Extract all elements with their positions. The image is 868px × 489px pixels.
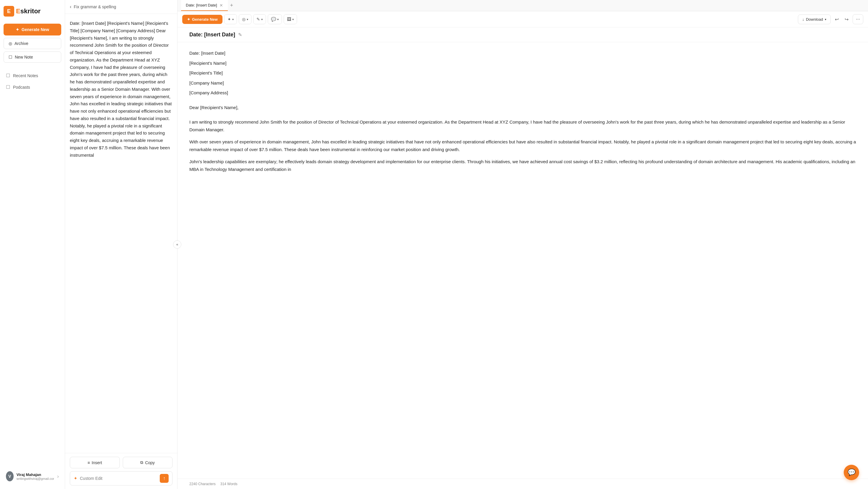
- archive-button[interactable]: ◎ Archive: [4, 38, 61, 49]
- tab-add-button[interactable]: +: [228, 0, 236, 11]
- folder-icon: ☐: [6, 73, 10, 78]
- copy-button[interactable]: ⧉ Copy: [123, 457, 173, 468]
- download-icon: ↓: [802, 17, 804, 22]
- middle-content: Date: [Insert Date] [Recipient's Name] […: [65, 14, 177, 453]
- main-editor: Date: [Insert Date] ✕ + ✦ Generate New ✦…: [178, 0, 868, 489]
- action-row: ≡ Insert ⧉ Copy: [70, 457, 173, 468]
- line-recipient-title: [Recipient's Title]: [189, 69, 856, 77]
- user-email: writingwithviraj@gmail.cor: [17, 477, 54, 481]
- custom-edit-input[interactable]: [80, 476, 157, 481]
- image-button[interactable]: 🖼 ▾: [284, 14, 297, 24]
- sidebar-item-podcasts[interactable]: ☐ Podcasts: [4, 81, 61, 93]
- copy-icon: ⧉: [140, 460, 143, 465]
- logo: E Eskritor: [4, 5, 61, 18]
- insert-button[interactable]: ≡ Insert: [70, 457, 120, 468]
- middle-text: Date: [Insert Date] [Recipient's Name] […: [70, 20, 173, 159]
- toolbar-sparkle-icon: ✦: [187, 17, 190, 22]
- tab-bar: Date: [Insert Date] ✕ +: [178, 0, 868, 11]
- line-salutation: Dear [Recipient's Name],: [189, 104, 856, 111]
- paragraph-3: John's leadership capabilities are exemp…: [189, 158, 856, 173]
- more-options-button[interactable]: ⋯: [852, 14, 863, 24]
- user-info: Viraj Mahajan writingwithviraj@gmail.cor: [17, 472, 54, 481]
- redo-button[interactable]: ↪: [842, 15, 851, 24]
- line-company-address: [Company Address]: [189, 89, 856, 97]
- format-chevron-icon: ▾: [247, 18, 248, 21]
- new-note-button[interactable]: ☐ New Note: [4, 52, 61, 63]
- undo-button[interactable]: ↩: [833, 15, 841, 24]
- podcast-icon: ☐: [6, 84, 10, 90]
- toolbar-group-image: 🖼 ▾: [284, 14, 297, 24]
- download-button[interactable]: ↓ Download ▾: [798, 14, 831, 24]
- sidebar: E Eskritor ✦ Generate New ◎ Archive ☐ Ne…: [0, 0, 65, 489]
- enhance-chevron-icon: ▾: [232, 18, 234, 21]
- tab-date-insert[interactable]: Date: [Insert Date] ✕: [181, 0, 228, 11]
- toolbar-group-edit: ✎ ▾: [253, 14, 266, 24]
- custom-edit-row: ✦ ↑: [70, 471, 173, 485]
- editor-header-bar: Date: [Insert Date] ✎: [178, 28, 868, 42]
- custom-edit-submit-button[interactable]: ↑: [160, 474, 168, 483]
- logo-text: Eskritor: [16, 7, 40, 15]
- paragraph-2: With over seven years of experience in d…: [189, 138, 856, 153]
- avatar: V: [6, 471, 13, 481]
- middle-actions: ≡ Insert ⧉ Copy ✦ ↑: [65, 453, 177, 489]
- fab-button[interactable]: 💬: [844, 465, 859, 480]
- edit-button[interactable]: ✎ ▾: [253, 14, 266, 24]
- editor-footer: 2240 Characters 314 Words: [178, 479, 868, 489]
- tab-label: Date: [Insert Date]: [186, 3, 217, 7]
- edit-icon: ✎: [256, 17, 260, 22]
- comment-chevron-icon: ▾: [277, 18, 279, 21]
- comment-icon: 💬: [271, 17, 276, 22]
- toolbar-group-format: ◎ ▾: [239, 14, 251, 24]
- logo-icon: E: [4, 6, 14, 17]
- editor-content[interactable]: Date: [Insert Date] [Recipient's Name] […: [178, 42, 868, 479]
- character-count: 2240 Characters: [189, 482, 216, 486]
- toolbar-group-comment: 💬 ▾: [268, 14, 282, 24]
- pencil-icon: ✎: [238, 32, 242, 37]
- middle-header: ‹ Fix grammar & spelling: [65, 0, 177, 14]
- note-icon: ☐: [8, 55, 12, 59]
- collapse-panel-button[interactable]: «: [173, 240, 181, 249]
- line-date: Date: [Insert Date]: [189, 50, 856, 57]
- editor-title: Date: [Insert Date]: [189, 32, 235, 38]
- chevron-right-icon: ›: [57, 473, 59, 480]
- comment-button[interactable]: 💬 ▾: [268, 14, 282, 24]
- enhance-button[interactable]: ✦ ▾: [224, 14, 237, 24]
- edit-title-button[interactable]: ✎: [238, 32, 242, 37]
- undo-redo-group: ↩ ↪: [833, 15, 851, 24]
- breadcrumb-label: Fix grammar & spelling: [74, 4, 116, 9]
- user-name: Viraj Mahajan: [17, 472, 54, 477]
- paragraph-1: I am writing to strongly recommend John …: [189, 118, 856, 133]
- download-chevron-icon: ▾: [825, 18, 826, 21]
- tab-close-icon[interactable]: ✕: [219, 3, 223, 7]
- insert-icon: ≡: [88, 460, 90, 465]
- chat-icon: 💬: [847, 468, 856, 476]
- back-icon[interactable]: ‹: [70, 4, 71, 9]
- line-recipient-name: [Recipient's Name]: [189, 59, 856, 67]
- archive-icon: ◎: [8, 41, 12, 46]
- sidebar-section: ☐ Recent Notes ☐ Podcasts: [4, 70, 61, 93]
- format-icon: ◎: [242, 17, 246, 22]
- sidebar-item-recent-notes[interactable]: ☐ Recent Notes: [4, 70, 61, 81]
- image-icon: 🖼: [287, 17, 291, 22]
- generate-new-button[interactable]: ✦ Generate New: [4, 24, 61, 35]
- line-company-name: [Company Name]: [189, 79, 856, 87]
- editor-toolbar: ✦ Generate New ✦ ▾ ◎ ▾ ✎ ▾ 💬 ▾: [178, 11, 868, 28]
- send-icon: ↑: [163, 476, 165, 481]
- edit-chevron-icon: ▾: [261, 18, 263, 21]
- user-profile[interactable]: V Viraj Mahajan writingwithviraj@gmail.c…: [4, 468, 61, 484]
- middle-panel: ‹ Fix grammar & spelling Date: [Insert D…: [65, 0, 178, 489]
- format-button[interactable]: ◎ ▾: [239, 14, 251, 24]
- chevron-left-icon: «: [176, 242, 178, 247]
- image-chevron-icon: ▾: [292, 18, 294, 21]
- wand-icon: ✦: [74, 476, 78, 481]
- sparkle-icon: ✦: [16, 27, 19, 32]
- word-count: 314 Words: [220, 482, 238, 486]
- toolbar-group-enhance: ✦ ▾: [224, 14, 237, 24]
- toolbar-generate-button[interactable]: ✦ Generate New: [182, 15, 222, 24]
- enhance-icon: ✦: [227, 17, 231, 22]
